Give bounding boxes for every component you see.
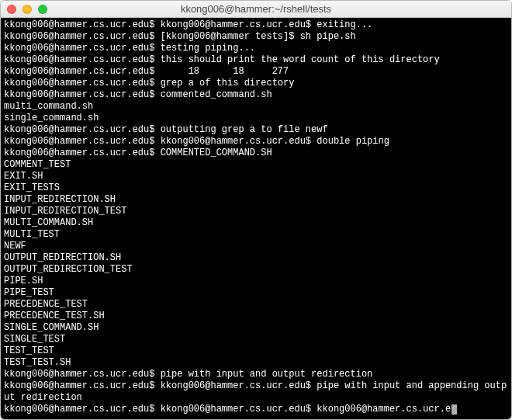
terminal-line: PRECEDENCE_TEST	[4, 299, 508, 311]
command-text: pipe with input and output redirection	[154, 369, 372, 380]
output-text: SINGLE_COMMAND.SH	[4, 322, 99, 333]
prompt: kkong006@hammer.cs.ucr.edu$	[4, 380, 154, 391]
terminal-line: kkong006@hammer.cs.ucr.edu$ outputting g…	[4, 124, 508, 136]
output-text: INPUT_REDIRECTION_TEST	[4, 206, 126, 217]
command-text: kkong006@hammer.cs.ucr.edu$ kkong006@ham…	[154, 404, 451, 415]
command-text: grep a of this directory	[154, 78, 294, 89]
terminal-line: INPUT_REDIRECTION_TEST	[4, 206, 508, 217]
prompt: kkong006@hammer.cs.ucr.edu$	[4, 148, 154, 158]
output-text: SINGLE_TEST	[4, 334, 65, 345]
terminal-line: multi_command.sh	[4, 101, 508, 113]
cursor-icon	[451, 404, 457, 415]
output-text: single_command.sh	[4, 113, 99, 123]
terminal-line: PRECEDENCE_TEST.SH	[4, 311, 508, 322]
terminal-line: kkong006@hammer.cs.ucr.edu$ this should …	[4, 54, 508, 66]
maximize-icon[interactable]	[38, 5, 47, 14]
output-text: EXIT.SH	[4, 171, 43, 182]
command-text: COMMENTED_COMMAND.SH	[154, 148, 272, 158]
prompt: kkong006@hammer.cs.ucr.edu$	[4, 19, 154, 30]
terminal-line: kkong006@hammer.cs.ucr.edu$ kkong006@ham…	[4, 19, 508, 31]
output-text: OUTPUT_REDIRECTION_TEST	[4, 264, 133, 275]
prompt: kkong006@hammer.cs.ucr.edu$	[4, 43, 154, 54]
terminal-line: SINGLE_COMMAND.SH	[4, 322, 508, 334]
terminal-line: OUTPUT_REDIRECTION_TEST	[4, 264, 508, 276]
prompt: kkong006@hammer.cs.ucr.edu$	[4, 369, 154, 380]
terminal-line: SINGLE_TEST	[4, 334, 508, 345]
output-text: PIPE_TEST	[4, 287, 54, 298]
command-text: [kkong006@hammer tests]$ sh pipe.sh	[154, 31, 355, 42]
terminal-line: kkong006@hammer.cs.ucr.edu$ kkong006@ham…	[4, 380, 508, 404]
terminal-line: PIPE.SH	[4, 276, 508, 287]
terminal-line: kkong006@hammer.cs.ucr.edu$ commented_co…	[4, 89, 508, 101]
output-text: INPUT_REDIRECTION.SH	[4, 194, 116, 205]
output-text: COMMENT_TEST	[4, 159, 71, 170]
terminal-line: OUTPUT_REDIRECTION.SH	[4, 252, 508, 264]
prompt: kkong006@hammer.cs.ucr.edu$	[4, 66, 154, 77]
terminal-line: COMMENT_TEST	[4, 159, 508, 171]
terminal-window: kkong006@hammer:~/rshell/tests kkong006@…	[0, 0, 512, 420]
prompt: kkong006@hammer.cs.ucr.edu$	[4, 136, 154, 147]
terminal-line: kkong006@hammer.cs.ucr.edu$ pipe with in…	[4, 369, 508, 380]
prompt: kkong006@hammer.cs.ucr.edu$	[4, 54, 154, 65]
terminal-line: TEST_TEST	[4, 345, 508, 357]
output-text: multi_command.sh	[4, 101, 93, 112]
output-text: PRECEDENCE_TEST	[4, 299, 88, 310]
terminal-line: MULTI_COMMAND.SH	[4, 217, 508, 229]
terminal-line: PIPE_TEST	[4, 287, 508, 299]
terminal-line: kkong006@hammer.cs.ucr.edu$ [kkong006@ha…	[4, 31, 508, 43]
prompt: kkong006@hammer.cs.ucr.edu$	[4, 78, 154, 89]
titlebar: kkong006@hammer:~/rshell/tests	[1, 1, 511, 18]
prompt: kkong006@hammer.cs.ucr.edu$	[4, 89, 154, 100]
terminal-line: kkong006@hammer.cs.ucr.edu$ testing pipi…	[4, 43, 508, 54]
output-text: MULTI_COMMAND.SH	[4, 217, 93, 228]
command-text: outputting grep a to file newf	[154, 124, 327, 135]
prompt: kkong006@hammer.cs.ucr.edu$	[4, 404, 154, 415]
terminal-line: kkong006@hammer.cs.ucr.edu$ kkong006@ham…	[4, 404, 508, 415]
prompt: kkong006@hammer.cs.ucr.edu$	[4, 124, 154, 135]
output-text: OUTPUT_REDIRECTION.SH	[4, 252, 121, 263]
command-text: 18 18 277	[154, 66, 289, 77]
prompt: kkong006@hammer.cs.ucr.edu$	[4, 31, 154, 42]
output-text: MULTI_TEST	[4, 229, 60, 240]
close-icon[interactable]	[7, 5, 16, 14]
terminal-line: EXIT.SH	[4, 171, 508, 182]
output-text: PIPE.SH	[4, 276, 43, 286]
terminal-line: INPUT_REDIRECTION.SH	[4, 194, 508, 206]
traffic-lights	[7, 5, 47, 14]
output-text: TEST_TEST.SH	[4, 357, 71, 368]
command-text: testing piping...	[154, 43, 255, 54]
minimize-icon[interactable]	[22, 5, 32, 14]
output-text: TEST_TEST	[4, 345, 54, 356]
command-text: this should print the word count of this…	[154, 54, 439, 65]
output-text: EXIT_TESTS	[4, 182, 60, 193]
terminal-line: TEST_TEST.SH	[4, 357, 508, 369]
output-text: NEWF	[4, 241, 26, 252]
terminal-line: kkong006@hammer.cs.ucr.edu$ 18 18 277	[4, 66, 508, 78]
terminal-line: kkong006@hammer.cs.ucr.edu$ grep a of th…	[4, 78, 508, 89]
output-text: PRECEDENCE_TEST.SH	[4, 311, 105, 321]
command-text: kkong006@hammer.cs.ucr.edu$ double pipin…	[154, 136, 389, 147]
terminal-output[interactable]: kkong006@hammer.cs.ucr.edu$ kkong006@ham…	[1, 18, 511, 419]
terminal-line: single_command.sh	[4, 113, 508, 124]
terminal-line: kkong006@hammer.cs.ucr.edu$ COMMENTED_CO…	[4, 148, 508, 159]
terminal-line: kkong006@hammer.cs.ucr.edu$ kkong006@ham…	[4, 136, 508, 148]
command-text: commented_command.sh	[154, 89, 272, 100]
window-title: kkong006@hammer:~/rshell/tests	[1, 3, 511, 15]
terminal-line: EXIT_TESTS	[4, 182, 508, 194]
terminal-line: NEWF	[4, 241, 508, 252]
command-text: kkong006@hammer.cs.ucr.edu$ exiting...	[154, 19, 372, 30]
terminal-line: MULTI_TEST	[4, 229, 508, 241]
